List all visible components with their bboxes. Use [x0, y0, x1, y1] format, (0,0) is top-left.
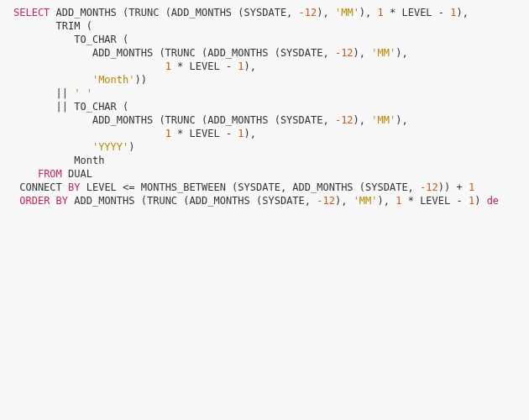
code-token: TO_CHAR ( [13, 34, 128, 45]
code-token: ), [354, 114, 372, 126]
code-token: ), [244, 60, 256, 72]
code-token: 'MM' [371, 114, 395, 126]
code-token: )) [135, 74, 147, 86]
code-token: || TO_CHAR ( [13, 101, 128, 113]
code-token: ), [354, 47, 372, 59]
code-token: 'YYYY' [92, 141, 128, 153]
code-token: 'MM' [354, 195, 378, 207]
code-token: TRIM ( [13, 20, 92, 32]
code-token: LEVEL <= MONTHS_BETWEEN (SYSDATE, ADD_MO… [80, 181, 420, 193]
code-token: CONNECT [13, 181, 68, 193]
code-token [50, 195, 55, 207]
code-token: SELECT [13, 7, 50, 18]
code-token: -12 [335, 47, 354, 59]
code-token: Month [13, 155, 104, 166]
code-token: ), [317, 7, 335, 18]
code-token: 1 [165, 128, 171, 139]
code-token: ), [395, 114, 407, 126]
code-token: * LEVEL - [401, 195, 468, 207]
code-token [13, 128, 165, 139]
code-token: ORDER [19, 195, 50, 207]
code-token: * LEVEL - [384, 7, 450, 18]
code-token: FROM [38, 168, 62, 180]
code-token: ' ' [74, 87, 92, 99]
code-token: 'MM' [335, 7, 359, 18]
code-token: -12 [317, 195, 335, 207]
code-token: ADD_MONTHS (TRUNC (ADD_MONTHS (SYSDATE, [13, 47, 335, 59]
code-token: ), [378, 195, 396, 207]
code-token: DUAL [62, 168, 92, 180]
code-token: -12 [299, 7, 317, 18]
code-token: 1 [238, 60, 244, 72]
code-token: ), [457, 7, 469, 18]
sql-code: SELECT ADD_MONTHS (TRUNC (ADD_MONTHS (SY… [13, 7, 499, 207]
code-token: ) [474, 195, 486, 207]
code-token: 1 [450, 7, 456, 18]
code-token: ADD_MONTHS (TRUNC (ADD_MONTHS (SYSDATE, [13, 114, 335, 126]
code-token: 1 [165, 60, 171, 72]
code-token: -12 [420, 181, 438, 193]
code-token [13, 168, 38, 180]
code-token: de [487, 195, 499, 207]
code-token: 'Month' [92, 74, 135, 86]
code-token [13, 141, 92, 153]
code-token: 'MM' [371, 47, 395, 59]
code-token: ), [244, 128, 256, 139]
code-token [13, 74, 92, 86]
code-token: ADD_MONTHS (TRUNC (ADD_MONTHS (SYSDATE, [50, 7, 298, 18]
code-token: )) + [438, 181, 469, 193]
code-token [13, 60, 165, 72]
code-token: ) [128, 141, 134, 153]
code-token: * LEVEL - [171, 60, 238, 72]
code-token: * LEVEL - [171, 128, 238, 139]
code-token: ), [395, 47, 407, 59]
code-token: ), [359, 7, 378, 18]
sql-code-block: SELECT ADD_MONTHS (TRUNC (ADD_MONTHS (SY… [0, 0, 529, 215]
code-token: 1 [469, 181, 474, 193]
code-token: 1 [378, 7, 384, 18]
code-token: 1 [238, 128, 244, 139]
code-token: BY [68, 181, 80, 193]
code-token: ), [335, 195, 354, 207]
code-token: -12 [335, 114, 354, 126]
code-token: ADD_MONTHS (TRUNC (ADD_MONTHS (SYSDATE, [68, 195, 317, 207]
code-token: BY [56, 195, 68, 207]
code-token: || [13, 87, 74, 99]
